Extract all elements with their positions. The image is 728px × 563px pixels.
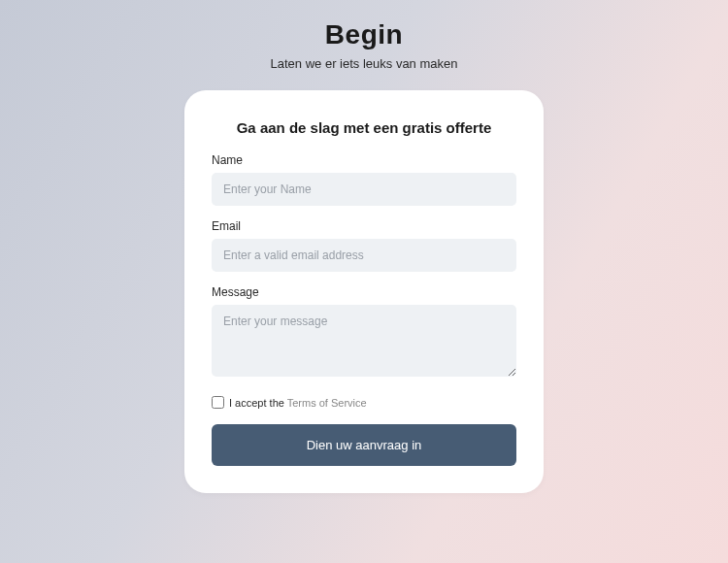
tos-text: I accept the Terms of Service (229, 397, 367, 409)
tos-prefix: I accept the (229, 397, 287, 409)
email-input[interactable] (212, 239, 516, 272)
message-label: Message (212, 285, 516, 299)
name-label: Name (212, 153, 516, 167)
page-title: Begin (271, 19, 458, 50)
tos-checkbox[interactable] (212, 396, 224, 409)
page-subtitle: Laten we er iets leuks van maken (271, 56, 458, 71)
page-header: Begin Laten we er iets leuks van maken (271, 19, 458, 71)
tos-link[interactable]: Terms of Service (287, 397, 367, 409)
email-label: Email (212, 219, 516, 233)
form-title: Ga aan de slag met een gratis offerte (212, 119, 516, 136)
message-input[interactable] (212, 305, 516, 377)
form-card: Ga aan de slag met een gratis offerte Na… (184, 90, 544, 493)
submit-button[interactable]: Dien uw aanvraag in (212, 424, 516, 466)
tos-row: I accept the Terms of Service (212, 396, 516, 409)
name-input[interactable] (212, 173, 516, 206)
